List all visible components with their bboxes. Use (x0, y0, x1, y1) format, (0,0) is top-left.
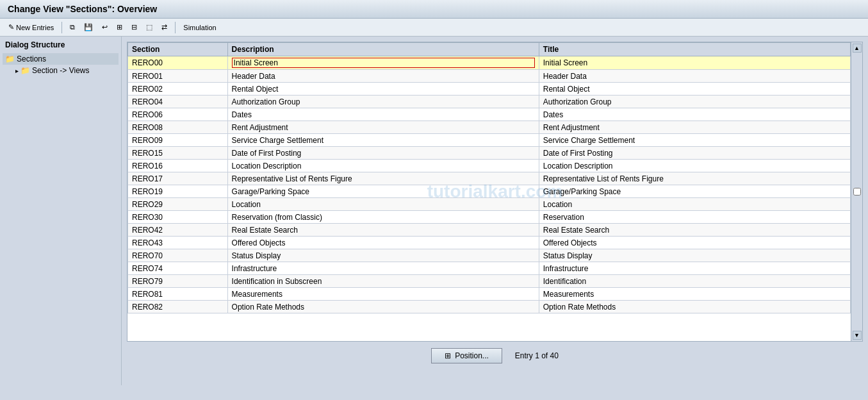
cell-title: Real Estate Search (539, 224, 850, 237)
cell-section: RERO29 (128, 198, 228, 211)
cell-description (227, 56, 539, 70)
table-row[interactable]: RERO29LocationLocation (128, 198, 851, 211)
description-input[interactable] (232, 58, 535, 68)
undo-button[interactable]: ↩ (99, 21, 111, 33)
cell-title: Dates (539, 108, 850, 121)
cell-section: RERO82 (128, 301, 228, 313)
cell-title: Garage/Parking Space (539, 185, 850, 198)
cell-section: RERO42 (128, 224, 228, 237)
nav-button-3[interactable]: ⬚ (143, 21, 156, 33)
new-entries-button[interactable]: ✎ New Entries (5, 21, 57, 33)
entry-info: Entry 1 of 40 (515, 351, 559, 360)
cell-description: Dates (227, 108, 539, 121)
nav-icon-1: ⊞ (117, 23, 122, 31)
nav-button-2[interactable]: ⊟ (128, 21, 140, 33)
main-content: Dialog Structure 📁 Sections ▸ 📁 Section … (0, 37, 868, 385)
col-header-section: Section (128, 43, 228, 56)
toolbar-separator-1 (61, 22, 62, 33)
cell-title: Location Description (539, 160, 850, 172)
scrollable-table[interactable]: Section Description Title RERO00Initial … (127, 42, 851, 341)
table-row[interactable]: RERO19Garage/Parking SpaceGarage/Parking… (128, 185, 851, 198)
table-row[interactable]: RERO74InfrastructureInfrastructure (128, 262, 851, 275)
section-views-folder-icon: 📁 (20, 66, 30, 75)
cell-description: Location Description (227, 160, 539, 172)
sidebar: Dialog Structure 📁 Sections ▸ 📁 Section … (0, 37, 122, 385)
cell-description: Measurements (227, 288, 539, 301)
cell-description: Offered Objects (227, 237, 539, 249)
table-row[interactable]: RERO42Real Estate SearchReal Estate Sear… (128, 224, 851, 237)
table-row[interactable]: RERO00Initial Screen (128, 56, 851, 70)
cell-title: Rent Adjustment (539, 121, 850, 134)
scroll-down-button[interactable]: ▼ (853, 331, 862, 340)
cell-section: RERO04 (128, 96, 228, 108)
cell-description: Representative List of Rents Figure (227, 172, 539, 185)
scroll-up-button[interactable]: ▲ (853, 44, 862, 53)
table-row[interactable]: RERO01Header DataHeader Data (128, 70, 851, 83)
cell-title: Date of First Posting (539, 147, 850, 160)
sidebar-item-sections[interactable]: 📁 Sections (3, 53, 119, 65)
cell-section: RERO06 (128, 108, 228, 121)
cell-description: Real Estate Search (227, 224, 539, 237)
new-entries-icon: ✎ (8, 23, 14, 31)
nav-icon-3: ⬚ (146, 23, 152, 31)
cell-section: RERO43 (128, 237, 228, 249)
cell-title: Status Display (539, 249, 850, 262)
cell-title: Offered Objects (539, 237, 850, 249)
table-row[interactable]: RERO08Rent AdjustmentRent Adjustment (128, 121, 851, 134)
scroll-checkbox[interactable] (853, 188, 861, 196)
cell-description: Date of First Posting (227, 147, 539, 160)
save-button[interactable]: 💾 (81, 21, 96, 33)
cell-section: RERO01 (128, 70, 228, 83)
cell-description: Service Charge Settlement (227, 134, 539, 147)
table-row[interactable]: RERO79Identification in SubscreenIdentif… (128, 275, 851, 288)
cell-title: Initial Screen (539, 56, 850, 70)
footer: ⊞ Position... Entry 1 of 40 (127, 342, 863, 370)
simulation-button[interactable]: Simulation (180, 22, 219, 33)
nav-icon-4: ⇄ (161, 23, 167, 31)
cell-title: Location (539, 198, 850, 211)
undo-icon: ↩ (102, 23, 108, 31)
cell-section: RERO70 (128, 249, 228, 262)
cell-title: Measurements (539, 288, 850, 301)
toolbar-separator-2 (175, 22, 176, 33)
table-row[interactable]: RERO15Date of First PostingDate of First… (128, 147, 851, 160)
cell-title: Service Charge Settlement (539, 134, 850, 147)
cell-section: RERO74 (128, 262, 228, 275)
cell-description: Identification in Subscreen (227, 275, 539, 288)
col-header-description: Description (227, 43, 539, 56)
position-icon: ⊞ (445, 351, 451, 360)
sidebar-item-section-views[interactable]: ▸ 📁 Section -> Views (3, 65, 119, 76)
table-row[interactable]: RERO82Option Rate MethodsOption Rate Met… (128, 301, 851, 313)
cell-description: Reservation (from Classic) (227, 211, 539, 224)
nav-button-1[interactable]: ⊞ (113, 21, 126, 33)
cell-title: Option Rate Methods (539, 301, 850, 313)
table-row[interactable]: RERO81MeasurementsMeasurements (128, 288, 851, 301)
sections-folder-icon: 📁 (5, 54, 15, 63)
cell-section: RERO19 (128, 185, 228, 198)
horizontal-scrollbar[interactable]: ◀ ◀ ▶ ◀ ▶ (127, 341, 862, 342)
table-row[interactable]: RERO70Status DisplayStatus Display (128, 249, 851, 262)
cell-title: Infrastructure (539, 262, 850, 275)
nav-button-4[interactable]: ⇄ (158, 21, 170, 33)
cell-section: RERO30 (128, 211, 228, 224)
table-row[interactable]: RERO06DatesDates (128, 108, 851, 121)
copy-button[interactable]: ⧉ (67, 21, 78, 33)
table-row[interactable]: RERO09Service Charge SettlementService C… (128, 134, 851, 147)
cell-title: Reservation (539, 211, 850, 224)
position-button[interactable]: ⊞ Position... (431, 348, 502, 363)
table-row[interactable]: RERO02Rental ObjectRental Object (128, 83, 851, 96)
toolbar: ✎ New Entries ⧉ 💾 ↩ ⊞ ⊟ ⬚ ⇄ Simulation (0, 19, 868, 37)
data-table: Section Description Title RERO00Initial … (127, 42, 851, 313)
col-header-title: Title (539, 43, 850, 56)
cell-description: Garage/Parking Space (227, 185, 539, 198)
vertical-scrollbar[interactable]: ▲ ▼ (851, 42, 862, 341)
table-row[interactable]: RERO17Representative List of Rents Figur… (128, 172, 851, 185)
table-row[interactable]: RERO43Offered ObjectsOffered Objects (128, 237, 851, 249)
table-row[interactable]: RERO30Reservation (from Classic)Reservat… (128, 211, 851, 224)
expand-icon: ▸ (15, 67, 19, 74)
cell-section: RERO81 (128, 288, 228, 301)
cell-description: Status Display (227, 249, 539, 262)
table-row[interactable]: RERO16Location DescriptionLocation Descr… (128, 160, 851, 172)
cell-title: Rental Object (539, 83, 850, 96)
table-row[interactable]: RERO04Authorization GroupAuthorization G… (128, 96, 851, 108)
